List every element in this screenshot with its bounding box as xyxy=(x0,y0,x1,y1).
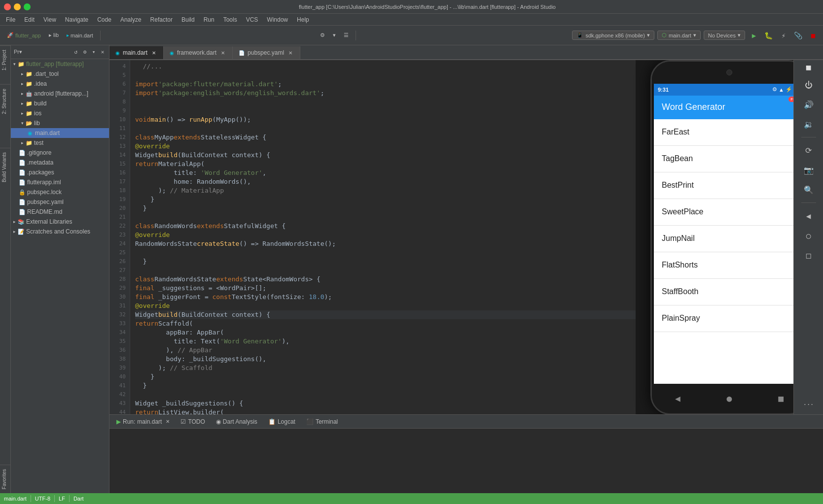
menu-bar: File Edit View Navigate Code Analyze Ref… xyxy=(0,14,823,26)
tree-item-idea[interactable]: ▸ 📁 .idea xyxy=(11,79,109,89)
close-button[interactable] xyxy=(4,3,11,10)
status-encoding[interactable]: UTF-8 xyxy=(35,496,50,502)
status-eol[interactable]: LF xyxy=(59,496,65,502)
tree-item-scratches[interactable]: ▸ 📝 Scratches and Consoles xyxy=(11,227,109,236)
debug-button[interactable]: 🐛 xyxy=(763,30,775,41)
code-line: } xyxy=(135,257,636,266)
tab-close-button[interactable]: ✕ xyxy=(150,49,157,56)
code-line xyxy=(135,71,636,80)
lib-breadcrumb[interactable]: ▸ lib xyxy=(46,31,62,39)
tree-item-build[interactable]: ▸ 📁 build xyxy=(11,99,109,108)
more-button[interactable]: ··· xyxy=(800,399,818,410)
menu-code[interactable]: Code xyxy=(93,15,115,24)
tab-close-button[interactable]: ✕ xyxy=(219,49,226,56)
tab-close-btn[interactable]: ✕ xyxy=(166,419,170,424)
phone-icon: 📱 xyxy=(576,32,583,38)
tree-item-flutter-app[interactable]: ▾ 📁 flutter_app [flutterapp] xyxy=(11,59,109,69)
terminal-icon: ⬛ xyxy=(306,418,314,425)
tree-item-pubspec-lock[interactable]: 🔒 pubspec.lock xyxy=(11,187,109,197)
flutter-app-breadcrumb[interactable]: 🚀 flutter_app xyxy=(4,31,44,39)
dart-analysis-tab[interactable]: ◉ Dart Analysis xyxy=(211,417,262,426)
menu-build[interactable]: Build xyxy=(178,15,199,24)
stop-button[interactable]: ■ xyxy=(807,30,819,41)
code-content[interactable]: //... import 'package:flutter/material.d… xyxy=(130,60,636,414)
status-lang[interactable]: Dart xyxy=(73,496,84,502)
no-devices-selector[interactable]: No Devices ▾ xyxy=(704,31,745,40)
tab-main-dart[interactable]: ◉ main.dart ✕ xyxy=(109,46,164,59)
tree-item-ios[interactable]: ▸ 📁 ios xyxy=(11,108,109,118)
code-editor[interactable]: 4 5 6 7 8 9 10 11 12 13 14 15 16 17 18 xyxy=(109,60,636,414)
menu-run[interactable]: Run xyxy=(200,15,218,24)
tree-item-iml[interactable]: 📄 flutterapp.iml xyxy=(11,177,109,187)
home-nav-button[interactable]: ● xyxy=(727,393,732,403)
side-tab-structure[interactable]: 2: Structure xyxy=(0,84,10,118)
tree-item-pubspec-yaml[interactable]: 📄 pubspec.yaml xyxy=(11,197,109,207)
attach-button[interactable]: 📎 xyxy=(792,30,804,41)
side-tab-favorites[interactable]: Favorites xyxy=(0,465,10,493)
toolbar-settings[interactable]: ⚙ xyxy=(317,31,328,39)
toolbar-menu[interactable]: ☰ xyxy=(341,31,352,39)
tree-item-main-dart[interactable]: ◉ main.dart xyxy=(11,128,109,138)
home-device-button[interactable]: ○ xyxy=(800,227,818,244)
side-tab-build-variants[interactable]: Build Variants xyxy=(0,148,10,186)
maximize-button[interactable] xyxy=(24,3,31,10)
menu-refactor[interactable]: Refactor xyxy=(146,15,177,24)
run-tab[interactable]: ▶ Run: main.dart ✕ xyxy=(111,417,175,426)
tree-item-android[interactable]: ▸ 🤖 android [flutterapp...] xyxy=(11,89,109,99)
code-line: import 'package:english_words/english_wo… xyxy=(135,89,636,98)
power-button[interactable]: ⏻ xyxy=(800,76,818,94)
side-tab-project[interactable]: 1: Project xyxy=(0,45,10,74)
window-controls[interactable] xyxy=(4,3,31,10)
tree-item-metadata[interactable]: 📄 .metadata xyxy=(11,158,109,168)
device-selector[interactable]: 📱 sdk.gphone x86 (mobile) ▾ xyxy=(572,31,654,40)
panel-hide-icon[interactable]: ✕ xyxy=(99,49,106,56)
tab-pubspec-yaml[interactable]: 📄 pubspec.yaml ✕ xyxy=(233,46,300,59)
tab-framework-dart[interactable]: ◉ framework.dart ✕ xyxy=(164,46,233,59)
tree-label: build xyxy=(34,100,46,107)
volume-up-button[interactable]: 🔊 xyxy=(800,96,818,113)
rotate-button[interactable]: ⟳ xyxy=(800,141,818,159)
back-device-button[interactable]: ◀ xyxy=(800,207,818,225)
tab-close-button[interactable]: ✕ xyxy=(287,49,294,56)
tree-item-lib[interactable]: ▾ 📂 lib xyxy=(11,118,109,128)
terminal-tab[interactable]: ⬛ Terminal xyxy=(301,417,343,426)
toolbar-collapse[interactable]: ▾ xyxy=(330,31,339,39)
editor-tabs: ◉ main.dart ✕ ◉ framework.dart ✕ 📄 pubsp… xyxy=(109,45,823,60)
library-icon: 📚 xyxy=(18,218,25,225)
menu-navigate[interactable]: Navigate xyxy=(61,15,92,24)
profile-button[interactable]: ⚡ xyxy=(778,30,789,41)
back-nav-button[interactable]: ◀ xyxy=(675,393,680,403)
menu-vcs[interactable]: VCS xyxy=(242,15,262,24)
minimize-button[interactable] xyxy=(14,3,21,10)
tree-item-test[interactable]: ▸ 📁 test xyxy=(11,138,109,148)
tree-item-dart-tool[interactable]: ▸ 📁 .dart_tool xyxy=(11,69,109,79)
menu-help[interactable]: Help xyxy=(293,15,313,24)
maindart-breadcrumb[interactable]: ▸ main.dart xyxy=(64,32,96,39)
screenshot-button[interactable]: 📷 xyxy=(800,161,818,179)
menu-view[interactable]: View xyxy=(39,15,60,24)
panel-sync-icon[interactable]: ↺ xyxy=(72,49,79,56)
tree-item-gitignore[interactable]: 📄 .gitignore xyxy=(11,148,109,158)
menu-window[interactable]: Window xyxy=(263,15,292,24)
menu-edit[interactable]: Edit xyxy=(20,15,38,24)
tree-item-readme[interactable]: 📄 README.md xyxy=(11,207,109,217)
run-button[interactable]: ▶ xyxy=(748,30,760,41)
zoom-in-button[interactable]: 🔍 xyxy=(800,181,818,199)
code-line xyxy=(135,266,636,275)
panel-resize-handle[interactable]: ⬜ xyxy=(801,64,817,72)
menu-tools[interactable]: Tools xyxy=(219,15,241,24)
run-file-label: main.dart xyxy=(137,418,162,425)
tree-item-packages[interactable]: 📄 .packages xyxy=(11,168,109,177)
stop-device-button[interactable]: □ xyxy=(800,246,818,264)
tree-item-external-libraries[interactable]: ▸ 📚 External Libraries xyxy=(11,217,109,227)
panel-collapse-icon[interactable]: ▾ xyxy=(90,49,97,56)
recents-nav-button[interactable]: ■ xyxy=(778,393,784,403)
todo-tab[interactable]: ☑ TODO xyxy=(176,417,210,426)
volume-down-button[interactable]: 🔉 xyxy=(800,115,818,133)
tab-label: main.dart xyxy=(123,49,147,56)
panel-settings-icon[interactable]: ⚙ xyxy=(81,49,88,56)
logcat-tab[interactable]: 📋 Logcat xyxy=(263,417,300,426)
menu-file[interactable]: File xyxy=(2,15,19,24)
menu-analyze[interactable]: Analyze xyxy=(116,15,145,24)
run-config-selector[interactable]: ⬡ main.dart ▾ xyxy=(657,31,701,40)
